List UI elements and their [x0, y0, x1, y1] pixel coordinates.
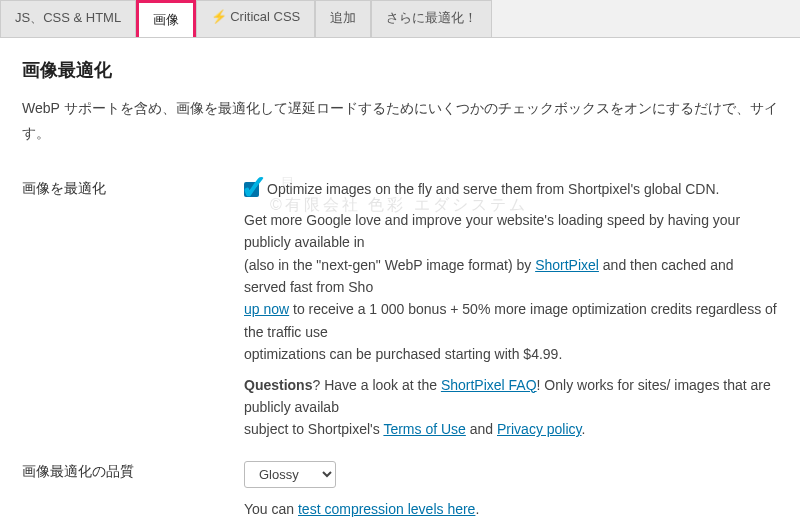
link-privacy-policy[interactable]: Privacy policy [497, 421, 582, 437]
quality-hint: You can test compression levels here. [244, 498, 778, 520]
t: optimizations can be purchased starting … [244, 346, 562, 362]
row-optimize-images: 画像を最適化 ✓ Optimize images on the fly and … [22, 166, 778, 448]
label-image-quality: 画像最適化の品質 [22, 461, 244, 520]
checkbox-optimize-images[interactable] [244, 182, 259, 197]
t: You can [244, 501, 298, 517]
t: . [475, 501, 479, 517]
t: Get more Google love and improve your we… [244, 212, 740, 250]
row-image-quality: 画像最適化の品質 Glossy You can test compression… [22, 449, 778, 528]
optimize-desc: Get more Google love and improve your we… [244, 209, 778, 366]
checkbox-optimize-images-label: Optimize images on the fly and serve the… [267, 178, 719, 200]
label-optimize-images: 画像を最適化 [22, 178, 244, 440]
link-shortpixel[interactable]: ShortPixel [535, 257, 599, 273]
select-image-quality[interactable]: Glossy [244, 461, 336, 488]
t: ? Have a look at the [312, 377, 440, 393]
section-desc: WebP サポートを含め、画像を最適化して遅延ロードするためにいくつかのチェック… [22, 96, 778, 146]
tab-critical-css-label: Critical CSS [230, 9, 300, 24]
tab-optimize-more[interactable]: さらに最適化！ [371, 0, 492, 37]
t: subject to Shortpixel's [244, 421, 383, 437]
link-sign-up-now[interactable]: up now [244, 301, 289, 317]
t: (also in the "next-gen" WebP image forma… [244, 257, 535, 273]
tab-extra[interactable]: 追加 [315, 0, 371, 37]
bolt-icon: ⚡ [211, 9, 227, 24]
tab-bar: JS、CSS & HTML 画像 ⚡Critical CSS 追加 さらに最適化… [0, 0, 800, 38]
section-title: 画像最適化 [22, 58, 778, 82]
link-terms-of-use[interactable]: Terms of Use [383, 421, 465, 437]
tab-js-css-html[interactable]: JS、CSS & HTML [0, 0, 136, 37]
t: and [466, 421, 497, 437]
optimize-questions: Questions? Have a look at the ShortPixel… [244, 374, 778, 441]
t: . [582, 421, 586, 437]
t: Questions [244, 377, 312, 393]
settings-content: 画像最適化 WebP サポートを含め、画像を最適化して遅延ロードするためにいくつ… [0, 38, 800, 531]
link-shortpixel-faq[interactable]: ShortPixel FAQ [441, 377, 537, 393]
tab-images[interactable]: 画像 [136, 0, 196, 37]
tab-critical-css[interactable]: ⚡Critical CSS [196, 0, 315, 37]
link-test-compression[interactable]: test compression levels here [298, 501, 475, 517]
t: to receive a 1 000 bonus + 50% more imag… [244, 301, 777, 339]
